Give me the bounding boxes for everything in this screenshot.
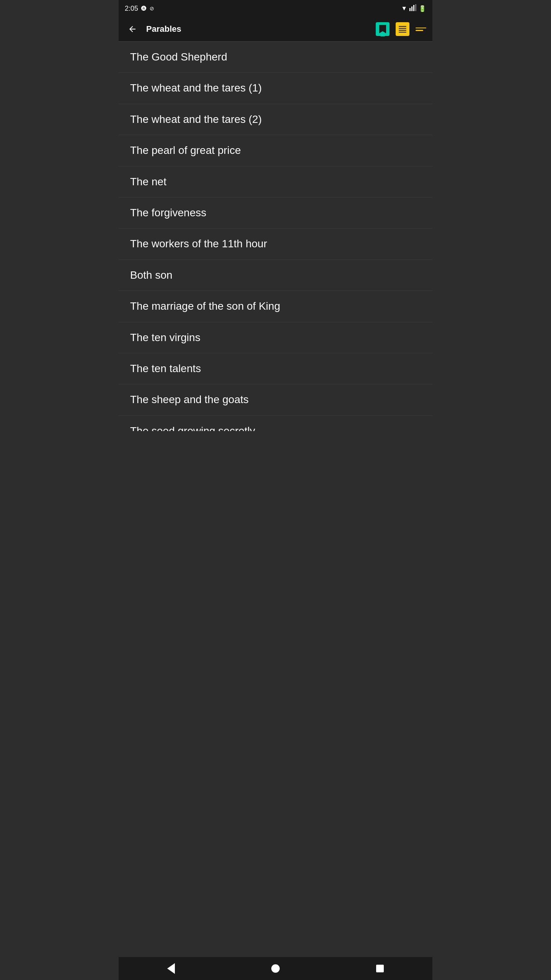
clip-line-3	[399, 30, 406, 31]
svg-rect-3	[415, 4, 416, 11]
nav-home-circle-icon	[271, 964, 280, 973]
clipboard-icon-button[interactable]	[396, 22, 409, 36]
list-item[interactable]: The net	[119, 167, 432, 198]
list-item[interactable]: Both son	[119, 260, 432, 291]
app-bar: Parables	[119, 17, 432, 41]
list-item[interactable]: The sheep and the goats	[119, 384, 432, 415]
clip-line-2	[399, 28, 406, 29]
menu-line-2	[416, 30, 423, 31]
status-bar-left: 2:05 🅐 ⊘	[125, 5, 154, 13]
bookmark-inner	[379, 25, 386, 33]
battery-icon: 🔋	[419, 5, 426, 12]
status-bar: 2:05 🅐 ⊘ ▼ 🔋	[119, 0, 432, 17]
list-item[interactable]: The pearl of great price	[119, 135, 432, 166]
app-bar-actions	[376, 22, 426, 36]
list-item[interactable]: The wheat and the tares (2)	[119, 104, 432, 135]
nav-recent-button[interactable]	[368, 960, 391, 977]
list-item[interactable]: The forgiveness	[119, 198, 432, 229]
nav-recent-square-icon	[376, 965, 384, 972]
nav-back-button[interactable]	[160, 960, 183, 977]
status-bar-right: ▼ 🔋	[401, 4, 426, 13]
wifi-icon: ▼	[401, 5, 407, 12]
clip-line-1	[399, 26, 406, 27]
menu-line-1	[416, 28, 426, 29]
svg-rect-2	[413, 5, 414, 11]
list-item[interactable]: The seed growing secretly	[119, 416, 432, 431]
parables-list: The Good Shepherd The wheat and the tare…	[119, 42, 432, 957]
nav-home-button[interactable]	[264, 960, 287, 977]
svg-rect-0	[409, 8, 411, 11]
nav-back-triangle-icon	[167, 963, 175, 974]
back-button[interactable]	[125, 21, 140, 37]
list-item[interactable]: The workers of the 11th hour	[119, 229, 432, 260]
list-item[interactable]: The marriage of the son of King	[119, 291, 432, 322]
list-item[interactable]: The ten virgins	[119, 322, 432, 353]
svg-rect-1	[411, 7, 412, 11]
app-bar-title: Parables	[146, 24, 370, 34]
signal-icon	[409, 4, 416, 13]
clipboard-lines	[399, 26, 406, 33]
bookmark-icon-button[interactable]	[376, 22, 390, 36]
bottom-nav	[119, 957, 432, 980]
notification-a-icon: 🅐	[141, 5, 147, 11]
list-item[interactable]: The wheat and the tares (1)	[119, 73, 432, 104]
do-not-disturb-icon: ⊘	[150, 5, 154, 11]
menu-icon-button[interactable]	[416, 28, 426, 31]
list-item[interactable]: The Good Shepherd	[119, 42, 432, 73]
status-time: 2:05	[125, 5, 138, 13]
clip-line-4	[399, 32, 406, 33]
list-item[interactable]: The ten talents	[119, 353, 432, 384]
